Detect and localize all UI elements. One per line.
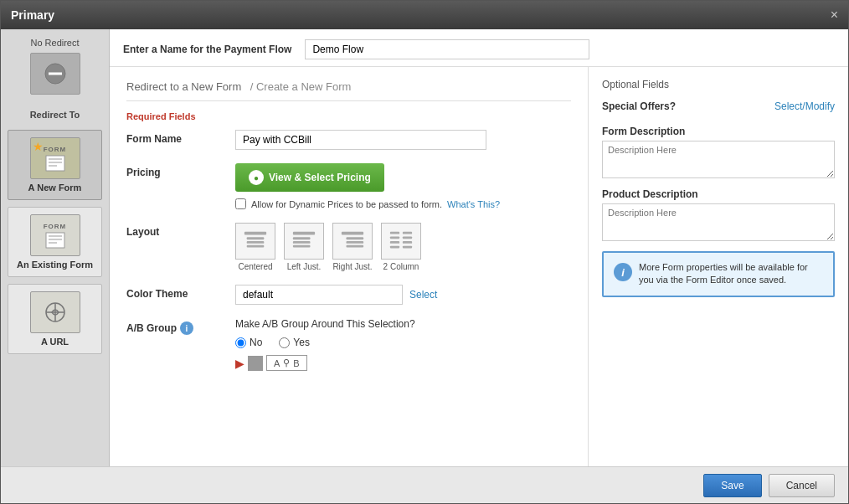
radio-yes-input[interactable] [279,337,290,348]
svg-rect-22 [347,237,364,239]
color-theme-select-link[interactable]: Select [409,289,437,301]
cancel-button[interactable]: Cancel [769,474,835,497]
dynamic-price-text: Allow for Dynamic Prices to be passed to… [251,199,442,209]
pricing-btn-label: View & Select Pricing [269,172,371,183]
main-top: Enter a Name for the Payment Flow [110,29,848,67]
layout-left-icon [284,223,324,260]
form-right-panel: Optional Fields Special Offers? Select/M… [589,67,848,466]
product-description-row: Product Description [602,188,835,241]
svg-rect-15 [247,241,265,244]
form-section: Redirect to a New Form / Create a New Fo… [110,67,848,466]
required-fields-label: Required Fields [126,111,571,121]
form-description-header: Form Description [602,126,835,137]
form-name-row: Form Name [126,130,571,150]
radio-row: No Yes [235,337,571,348]
modal-footer: Save Cancel [1,466,848,503]
view-select-pricing-button[interactable]: View & Select Pricing [235,163,384,192]
pricing-row: Pricing View & Select Pricing Allow for … [126,163,571,209]
pricing-label: Pricing [126,163,235,178]
svg-rect-18 [293,237,311,239]
form-description-label: Form Description [602,126,685,137]
radio-yes-label: Yes [293,337,310,348]
ab-group-text: A/B Group [126,322,177,334]
layout-two-col[interactable]: 2 Column [381,223,421,271]
pricing-btn-icon [249,170,264,185]
new-form-label: A New Form [28,183,82,193]
layout-centered-icon [235,223,275,260]
new-form-icon-box: ★ FORM [30,137,80,179]
payment-flow-row: Enter a Name for the Payment Flow [123,39,835,59]
layout-two-col-label: 2 Column [383,262,419,271]
layout-options: Centered [235,223,571,271]
layout-left-label: Left Just. [287,262,322,271]
no-redirect-section: No Redirect [8,38,102,95]
redirect-to-label: Redirect To [8,110,102,120]
redirect-title: Redirect to a New Form [126,80,241,93]
a-label: A [274,358,280,368]
no-redirect-icon[interactable] [30,53,80,95]
payment-flow-label: Enter a Name for the Payment Flow [123,44,291,55]
special-offers-link[interactable]: Select/Modify [774,100,835,112]
main-content: Enter a Name for the Payment Flow Redire… [110,29,848,466]
form-left-panel: Redirect to a New Form / Create a New Fo… [110,67,589,466]
product-description-textarea[interactable] [602,203,835,241]
svg-rect-6 [46,233,64,248]
layout-right-icon [332,223,373,260]
radio-no-input[interactable] [235,337,246,348]
modal: Primary × No Redirect Redirect To ★ FORM [0,0,849,504]
sidebar-item-url[interactable]: A URL [8,284,102,354]
special-offers-label: Special Offers? [602,100,676,112]
svg-rect-19 [293,241,311,244]
layout-right[interactable]: Right Just. [332,223,373,271]
ab-group-label-container: A/B Group i [126,318,235,335]
form-description-textarea[interactable] [602,141,835,178]
info-box-text: More Form properties will be available f… [639,261,823,287]
dynamic-price-checkbox[interactable] [235,198,246,209]
modal-close-button[interactable]: × [831,8,838,23]
no-redirect-label: No Redirect [30,38,79,48]
color-theme-input[interactable] [235,285,403,305]
link-icon: ⚲ [283,357,290,368]
save-button[interactable]: Save [703,474,761,497]
ab-group-info-icon[interactable]: i [180,321,193,335]
svg-rect-27 [390,236,399,239]
layout-centered-label: Centered [238,262,272,271]
svg-rect-24 [347,245,364,248]
svg-rect-32 [403,246,412,249]
sidebar-item-new-form[interactable]: ★ FORM A New Form [8,130,102,200]
existing-form-icon-box: FORM [30,214,80,256]
layout-control: Centered [235,223,571,271]
radio-no[interactable]: No [235,337,262,348]
stop-button[interactable] [248,356,263,371]
modal-body: No Redirect Redirect To ★ FORM A New For… [1,29,848,466]
svg-rect-25 [390,232,399,234]
svg-rect-14 [247,237,265,239]
color-theme-control: Select [235,285,571,305]
url-icon-box [30,291,80,333]
layout-row: Layout [126,223,571,271]
info-box-icon: i [614,263,632,281]
form-text: FORM [44,146,67,153]
modal-header: Primary × [1,1,848,29]
svg-rect-31 [390,246,399,249]
svg-rect-13 [244,232,266,235]
svg-rect-20 [293,245,311,248]
layout-centered[interactable]: Centered [235,223,275,271]
dynamic-price-row: Allow for Dynamic Prices to be passed to… [235,198,571,209]
payment-flow-input[interactable] [305,39,589,59]
section-header: Redirect to a New Form / Create a New Fo… [126,79,571,101]
play-button[interactable]: ▶ [235,357,244,370]
existing-form-label: An Existing Form [17,260,93,270]
svg-rect-30 [403,241,412,244]
whats-this-link[interactable]: What's This? [447,199,500,209]
radio-yes[interactable]: Yes [279,337,310,348]
ab-group-label: A/B Group i [126,321,235,335]
b-label: B [293,358,299,368]
sidebar-item-existing-form[interactable]: FORM An Existing Form [8,207,102,277]
svg-rect-23 [347,241,364,244]
layout-left[interactable]: Left Just. [284,223,324,271]
radio-no-label: No [250,337,262,348]
pricing-control: View & Select Pricing Allow for Dynamic … [235,163,571,209]
form-name-input[interactable] [235,130,486,150]
product-description-label: Product Description [602,188,698,200]
